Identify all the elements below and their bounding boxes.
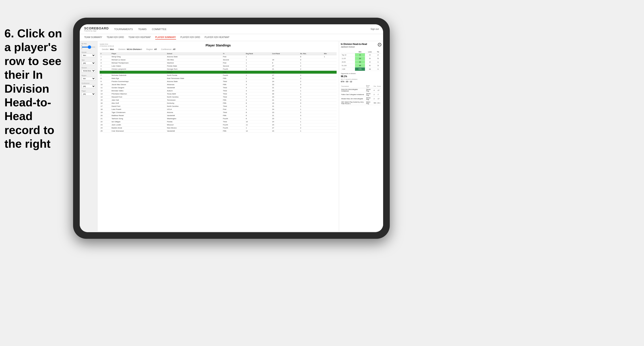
h2h-win-cell: 46 — [355, 64, 365, 67]
h2h-title: In Division Head-to-Head — [341, 43, 367, 45]
tablet-frame: SCOREBOARD Powered by clippi TOURNAMENTS… — [73, 18, 390, 239]
app-header: SCOREBOARD Powered by clippi TOURNAMENTS… — [80, 24, 383, 34]
table-row[interactable]: 7 Nicholas Gabrelcik North Florida Fourt… — [100, 74, 336, 77]
cell-reg: 12 — [245, 130, 271, 133]
cell-yr: Third — [222, 89, 245, 92]
table-row[interactable]: 20 Matthew Riedel Vanderbilt Fifth 6 21 … — [100, 114, 336, 117]
division-filter-label: Division — [82, 67, 96, 69]
tourn-score: -7 — [377, 92, 381, 97]
conference-filter-label: Conference — [82, 82, 96, 84]
table-row[interactable]: 10 Jacob Mac Diesse Arkansas Fifth 4 23 … — [100, 83, 336, 86]
conference-select[interactable]: (All) — [82, 85, 96, 88]
h2h-close-button[interactable]: ✕ — [378, 43, 381, 46]
h2h-loss-cell: 11 — [365, 67, 375, 71]
tournament-row: Fallen Oak Collegiate Invitational Strok… — [341, 92, 381, 97]
player-filter-label: Player — [82, 90, 96, 92]
cell-school: Kentucky — [166, 102, 222, 105]
table-row[interactable]: 11 Gordon Sargent Vanderbilt Third 4 21 … — [100, 86, 336, 89]
cell-reg: 1 — [245, 58, 271, 61]
h2h-tie-cell: 2 — [375, 53, 381, 57]
cell-rds: 2 — [300, 111, 323, 114]
cell-num: 1 — [100, 55, 111, 58]
table-row[interactable]: 3 Michael Thorbjornsen Stanford First 1 … — [100, 61, 336, 65]
table-row[interactable]: 6 Jackson Koivun Auburn First 1 16 1 — [100, 71, 336, 74]
region-bar-label: Region: — [146, 48, 153, 50]
cell-yr: Third — [222, 92, 245, 96]
table-row[interactable]: 4 Luke Claton Florida State Second 1 27 … — [100, 65, 336, 68]
cell-reg: 3 — [245, 80, 271, 83]
cell-num: 14 — [100, 96, 111, 99]
table-row[interactable]: 18 Luke Powell UCLA First 1 24 1 — [100, 108, 336, 111]
nav-tournaments[interactable]: TOURNAMENTS — [114, 27, 133, 31]
cell-rds: 1 — [300, 105, 323, 108]
table-row[interactable]: 23 Jack Lundin Missouri Fourth 11 24 1 — [100, 123, 336, 127]
cell-rds: 2 — [300, 65, 323, 68]
cell-school: Texas A&M — [166, 92, 222, 96]
player-select[interactable]: (All) — [82, 92, 96, 96]
table-row[interactable]: 15 Jake Hall Tennessee Fifth 4 21 0 — [100, 99, 336, 102]
cell-player: Michael Thorbjornsen — [111, 61, 166, 65]
cell-num: 2 — [100, 58, 111, 61]
h2h-row-label: Top 10 — [341, 53, 355, 57]
table-row[interactable]: 24 Bastien Amat New Mexico Fourth 1 27 2 — [100, 127, 336, 130]
cell-num: 9 — [100, 80, 111, 83]
cell-player: Phichaksn Maichon — [111, 92, 166, 96]
division-select[interactable]: NCAA Division I — [82, 69, 96, 72]
cell-win — [323, 65, 336, 68]
table-row[interactable]: 19 Tiger Christensen Arizona Third 8 23 … — [100, 111, 336, 114]
tab-team-h2h-heatmap[interactable]: TEAM H2H HEATMAP — [128, 35, 151, 40]
table-row[interactable]: 17 David Ford North Carolina Third 4 21 … — [100, 105, 336, 108]
tab-player-h2h-grid[interactable]: PLAYER H2H GRID — [180, 35, 200, 40]
cell-player: Christo Lamprecht — [111, 68, 166, 71]
table-row[interactable]: 25 Cole Sherwood Vanderbilt Fifth 12 23 … — [100, 130, 336, 133]
cell-conf: 21 — [271, 99, 300, 102]
gender-filter-label: Gender — [82, 51, 96, 53]
cell-school: Florida State — [166, 65, 222, 68]
region-select[interactable]: N/A — [82, 77, 96, 80]
cell-num: 24 — [100, 127, 111, 130]
cell-school: Vanderbilt — [166, 114, 222, 117]
table-row[interactable]: 14 Maxwell Ford North Carolina Third 4 2… — [100, 96, 336, 99]
h2h-player-name: Jackson Koivun — [341, 46, 367, 48]
table-row[interactable]: 12 Brendan Valles Auburn Third 4 24 1 — [100, 89, 336, 92]
cell-rds: 1 — [300, 117, 323, 120]
tourn-name: SEC Match Play hosted by Jerry Pate Roun… — [341, 101, 366, 105]
tournament-row: SEC Match Play hosted by Jerry Pate Roun… — [341, 101, 381, 105]
sign-out-link[interactable]: Sign out — [370, 28, 379, 30]
h2h-row-label: 26-50 — [341, 60, 355, 64]
cell-reg: 10 — [245, 120, 271, 123]
cell-conf: 24 — [271, 80, 300, 83]
gender-select[interactable]: Men — [82, 54, 96, 57]
table-row[interactable]: 13 Phichaksn Maichon Texas A&M Third 6 3… — [100, 92, 336, 96]
no-rds-slider[interactable]: 6 0- — [82, 45, 96, 49]
cell-rds: 0 — [300, 83, 323, 86]
cell-rds: 0 — [300, 86, 323, 89]
cell-reg: 1 — [245, 77, 271, 80]
table-row[interactable]: 9 Preston Summerhays Arizona State Third… — [100, 80, 336, 83]
instruction-text: 6. Click on a player's row to see their … — [0, 22, 69, 155]
cell-rds: 1 — [300, 120, 323, 123]
tab-team-summary[interactable]: TEAM SUMMARY — [84, 35, 102, 40]
table-row[interactable]: 22 Ian Gilligan Florida Third 10 24 1 — [100, 120, 336, 123]
table-row[interactable]: 1 Wenyi Ding Arizona State First 1 8 1 — [100, 55, 336, 58]
nav-committee[interactable]: COMMITTEE — [152, 27, 166, 31]
cell-win — [323, 99, 336, 102]
table-row[interactable]: 16 Alex Goff Kentucky Fifth 8 19 0 — [100, 102, 336, 105]
tournament-row: Amer Am Intercollegiate Invitational Str… — [341, 88, 381, 92]
cell-reg: 8 — [245, 102, 271, 105]
tab-player-h2h-heatmap[interactable]: PLAYER H2H HEATMAP — [205, 35, 230, 40]
nav-teams[interactable]: TEAMS — [138, 27, 146, 31]
table-row[interactable]: 2 Michael La Sasse Ole Miss Second 1 19 … — [100, 58, 336, 61]
tab-player-summary[interactable]: PLAYER SUMMARY — [155, 35, 176, 40]
table-row[interactable]: 5 Christo Lamprecht Georgia Tech Fourth … — [100, 68, 336, 71]
tourn-type: Stroke Play — [366, 92, 373, 97]
cell-reg: 4 — [245, 83, 271, 86]
tourn-name: Mirabel Maui Jim Intercollegiate — [341, 97, 366, 101]
year-select[interactable]: (All) — [82, 61, 96, 65]
cell-school: Vanderbilt — [166, 130, 222, 133]
tab-team-h2h-grid[interactable]: TEAM H2H GRID — [107, 35, 124, 40]
cell-win — [323, 74, 336, 77]
table-row[interactable]: 8 Mats Ege East Tennessee State Fifth 1 … — [100, 77, 336, 80]
table-row[interactable]: 21 Taehoon Song Washington Fourth 6 23 1 — [100, 117, 336, 120]
cell-conf: 23 — [271, 111, 300, 114]
